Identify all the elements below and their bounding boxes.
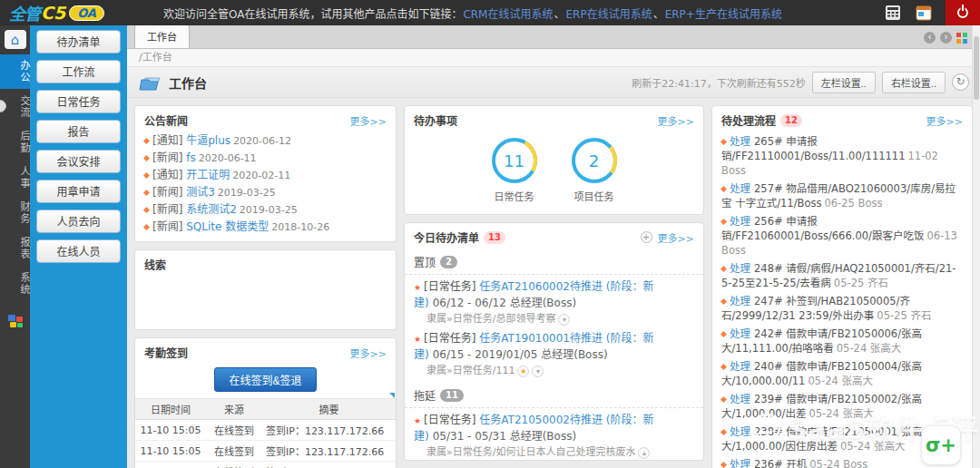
expand-icon[interactable]: ▾: [558, 314, 570, 326]
group-delayed[interactable]: 拖延11: [405, 383, 703, 408]
pending-flows-panel: 待处理流程 12 更多>> 处理265# 申请报销/FF21110001/Bos…: [711, 105, 973, 468]
flow-text: 236# 开机: [754, 458, 807, 468]
process-link[interactable]: 处理: [730, 458, 750, 468]
sidebar-item-finance[interactable]: 财务: [0, 196, 30, 230]
task-when: 05/31 - 05/31 总经理(Boss): [433, 430, 576, 443]
tab-overview-grid-icon[interactable]: [956, 33, 967, 44]
favorite-icon[interactable]: ★: [517, 366, 529, 377]
group-pinned[interactable]: 置顶2: [405, 249, 703, 275]
pin-top-icon[interactable]: ▴: [638, 447, 650, 459]
erp-prod-trial-link[interactable]: ERP+生产在线试用系统: [665, 8, 782, 21]
news-title-link[interactable]: 开工证明: [186, 169, 230, 181]
sidebar-item-system[interactable]: 系统: [0, 267, 30, 301]
floating-brand-button[interactable]: σ+: [922, 426, 960, 464]
process-link[interactable]: 处理: [730, 215, 750, 228]
task-item[interactable]: ★[日常任务] 任务AT21050002待推进 (阶段：新建)05/31 - 0…: [405, 408, 703, 444]
today-todo-count-badge: 13: [484, 231, 505, 244]
news-row[interactable]: [通知] 开工证明2020-02-11: [135, 167, 396, 184]
news-title-link[interactable]: fs: [186, 151, 195, 164]
calculator-icon[interactable]: [884, 5, 902, 21]
process-link[interactable]: 处理: [730, 393, 750, 405]
news-row[interactable]: [新闻] 测试32019-03-25: [135, 184, 396, 201]
table-row[interactable]: 11-10 15:05在线签到签到IP：123.117.172.66: [135, 420, 396, 441]
flow-row[interactable]: 处理257# 物品借用/ABO21060003/库房/易拉宝 十字立式/11/B…: [712, 180, 972, 212]
menu-item-daily-tasks[interactable]: 日常任务: [36, 90, 121, 113]
task-item[interactable]: ★[日常任务] 任务AT21060002待推进 (阶段：新建)06/12 - 0…: [405, 275, 703, 311]
vertical-scrollbar[interactable]: [972, 25, 980, 468]
right-column-settings-button[interactable]: 右栏设置..: [882, 72, 946, 93]
process-link[interactable]: 处理: [730, 295, 750, 307]
flow-row[interactable]: 处理240# 借款申请/FB21050004/张高大/10,000.00/110…: [712, 357, 972, 390]
online-signin-button[interactable]: 在线签到&签退: [214, 367, 316, 392]
process-link[interactable]: 处理: [730, 262, 750, 275]
erp-trial-link[interactable]: ERP在线试用系统: [565, 8, 652, 21]
crm-trial-link[interactable]: CRM在线试用系统: [463, 8, 553, 21]
process-link[interactable]: 处理: [730, 182, 750, 195]
menu-item-online-users[interactable]: 在线人员: [36, 239, 121, 263]
left-column-settings-button[interactable]: 左栏设置..: [812, 72, 876, 93]
news-row[interactable]: [通知] 牛逼plus2020-06-12: [135, 132, 396, 150]
clues-empty-body: [135, 277, 396, 329]
attendance-more-link[interactable]: 更多>>: [350, 346, 387, 360]
flow-row[interactable]: 处理242# 借款申请/FB21050006/张高大/11,111.00/拍咯咯…: [712, 325, 972, 357]
flow-row[interactable]: 处理256# 申请报销/FF21060001/Boss/666.00/跟客户吃饭…: [712, 212, 972, 259]
menu-item-reports[interactable]: 报告: [36, 120, 121, 143]
news-row[interactable]: [新闻] 系统测试22019-03-25: [135, 201, 396, 219]
refresh-button[interactable]: ↻: [952, 73, 969, 91]
col-header-datetime[interactable]: 日期时间: [135, 399, 206, 420]
cell-datetime: 11-10 15:05: [135, 441, 206, 462]
col-header-source[interactable]: 来源: [206, 399, 262, 420]
add-task-button[interactable]: +: [641, 231, 652, 243]
expand-icon[interactable]: ▾: [532, 366, 544, 377]
news-row[interactable]: [新闻] fs2020-06-11: [135, 150, 396, 167]
app-logo[interactable]: 全管 C5 OA: [0, 1, 113, 24]
task-item[interactable]: ★[日常任务] 任务AT21050001待推进 (阶段：新建)05/24 - 0…: [405, 460, 703, 461]
tab-workbench[interactable]: 工作台: [134, 24, 190, 48]
process-link[interactable]: 处理: [730, 425, 750, 438]
process-link[interactable]: 处理: [730, 360, 750, 373]
sidebar-item-reports[interactable]: 报表: [0, 231, 30, 266]
daily-task-donut[interactable]: 11 日常任务: [490, 136, 539, 203]
news-tag: [新闻]: [152, 220, 182, 233]
process-link[interactable]: 处理: [730, 135, 750, 148]
menu-item-seal-request[interactable]: 用章申请: [36, 180, 121, 203]
sidebar-item-hr[interactable]: 人事: [0, 161, 30, 195]
menu-item-workflow[interactable]: 工作流: [36, 60, 121, 83]
menu-item-todo-list[interactable]: 待办清单: [36, 30, 121, 54]
todo-summary-more-link[interactable]: 更多>>: [658, 113, 694, 128]
news-more-link[interactable]: 更多>>: [350, 113, 387, 128]
right-column: 待处理流程 12 更多>> 处理265# 申请报销/FF21110001/Bos…: [711, 105, 973, 468]
logout-power-button[interactable]: [946, 0, 980, 25]
flow-meta: 05-24 张高大: [808, 375, 873, 387]
col-header-summary[interactable]: 摘要: [262, 399, 396, 420]
news-row[interactable]: [新闻] SQLite 数据类型2018-10-26: [135, 219, 396, 236]
project-task-donut[interactable]: 2 项目任务: [570, 136, 619, 203]
apps-blocks-icon[interactable]: [6, 313, 24, 329]
flow-row[interactable]: 处理248# 请假/病假/HAQ21050001/齐石/21-5-25至21-5…: [712, 259, 972, 292]
news-title-link[interactable]: SQLite 数据类型: [186, 220, 269, 233]
today-todo-more-link[interactable]: 更多>>: [658, 230, 694, 245]
news-title-link[interactable]: 牛逼plus: [186, 134, 230, 147]
tab-scroll-left-button[interactable]: ‹: [924, 32, 936, 44]
table-row[interactable]: 11-10 15:05在线签到签到IP：123.117.172.66: [135, 441, 396, 462]
table-row[interactable]: 11-10 15:05在线签到签到IP：123.117.172.66: [135, 462, 396, 468]
news-title-link[interactable]: 系统测试2: [186, 203, 237, 216]
flow-row[interactable]: 处理239# 借款申请/FB21050002/张高大/1,000.00/出差05…: [712, 390, 972, 423]
sidebar-item-logistics[interactable]: 后勤: [0, 125, 30, 160]
task-item[interactable]: ★[日常任务] 任务AT19010001待推进 (阶段：新建)06/15 - 2…: [405, 327, 703, 363]
news-title-link[interactable]: 测试3: [186, 186, 215, 199]
process-link[interactable]: 处理: [730, 327, 750, 340]
daily-task-count: 11: [490, 136, 539, 185]
pending-flows-more-link[interactable]: 更多>>: [926, 113, 963, 128]
clues-panel-title: 线索: [144, 257, 166, 272]
task-when: 06/15 - 2019/01/05 总经理(Boss): [433, 348, 608, 361]
calendar-icon[interactable]: [915, 5, 933, 21]
menu-item-staff-whereabouts[interactable]: 人员去向: [36, 210, 121, 233]
home-button[interactable]: ⌂: [5, 30, 26, 49]
flow-row[interactable]: 处理265# 申请报销/FF21110001/Boss/11.00/111111…: [712, 132, 972, 180]
tab-scroll-right-button[interactable]: ›: [940, 32, 952, 44]
sidebar-item-office[interactable]: 办公: [0, 54, 30, 89]
flow-row[interactable]: 处理247# 补签到/HAB21050005/齐石/2999/12/31 23:…: [712, 292, 972, 325]
menu-item-meetings[interactable]: 会议安排: [36, 150, 121, 173]
scrollbar-thumb[interactable]: [974, 36, 979, 100]
